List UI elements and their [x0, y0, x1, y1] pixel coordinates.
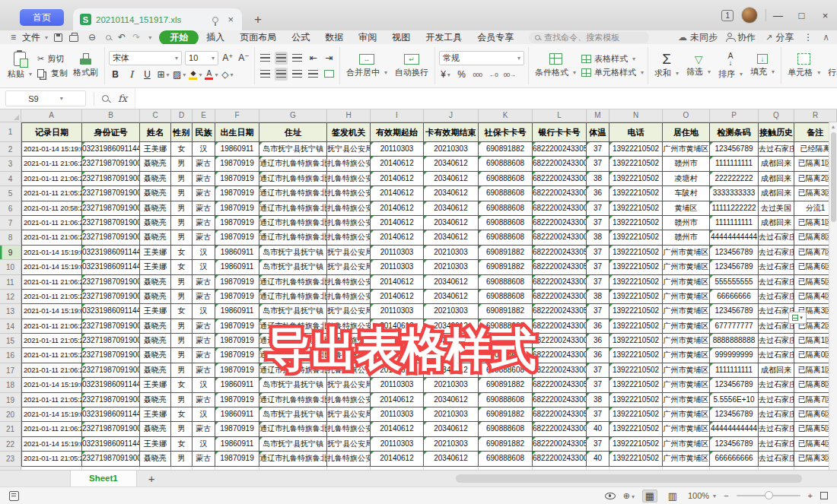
cell-O10[interactable]: 广州市黄埔区 [663, 260, 710, 274]
increase-decimal-icon[interactable]: ←0 [487, 68, 500, 81]
cell-D22[interactable]: 女 [171, 437, 193, 452]
cell-Q16[interactable]: 去过石家庄 [759, 348, 794, 363]
row-header-11[interactable]: 11 [0, 275, 21, 290]
cell-B22[interactable]: 03231986091144 [82, 437, 140, 452]
cell-B21[interactable]: 23271987091900 [82, 422, 140, 436]
tab-view[interactable]: 视图 [384, 31, 418, 44]
cell-M10[interactable]: 37 [587, 260, 609, 274]
cell-style-button[interactable]: 单元格样式▾ [581, 67, 644, 78]
cell-H9[interactable]: 抚宁县公安局 [327, 246, 371, 260]
cell-G13[interactable]: 岛市抚宁县抚宁镇 [259, 304, 327, 319]
sheet-tab-sheet1[interactable]: Sheet1 [70, 471, 137, 487]
merge-center-button[interactable]: ↔ 合并居中▾ [344, 54, 390, 78]
cell-L14[interactable]: 6822200243300 [533, 319, 587, 334]
cell-Q15[interactable]: 去过石家庄 [759, 334, 794, 348]
cell-J1[interactable]: 卡有效期结束 [424, 122, 479, 142]
font-size-select[interactable]: 10▾ [185, 51, 218, 65]
tab-member[interactable]: 会员专享 [469, 31, 521, 44]
cell-H20[interactable]: 抚宁县公安局 [327, 407, 371, 422]
cell-L8[interactable]: 6822200243300 [533, 230, 587, 245]
row-header-12[interactable]: 12 [0, 290, 21, 304]
cell-C17[interactable]: 聂晓亮 [140, 363, 171, 378]
cell-O5[interactable]: 车陂村 [663, 186, 710, 201]
cell-O1[interactable]: 居住地 [663, 122, 710, 142]
zoom-out-button[interactable]: − [724, 491, 728, 500]
col-header-C[interactable]: C [140, 109, 171, 122]
formula-zoom-icon[interactable] [102, 95, 109, 102]
cell-D16[interactable]: 男 [171, 348, 193, 363]
cell-N9[interactable]: 13922210502 [609, 246, 663, 260]
cell-P14[interactable]: 677777777 [710, 319, 759, 334]
col-header-N[interactable]: N [609, 109, 663, 122]
undo-icon[interactable]: ↶ [118, 32, 126, 43]
cell-M7[interactable]: 37 [587, 216, 609, 230]
cell-O9[interactable]: 广州市黄埔区 [663, 246, 710, 260]
cell-E5[interactable]: 蒙古 [193, 186, 215, 201]
format-painter-button[interactable]: 格式刷 [71, 53, 100, 78]
cell-O14[interactable]: 广州市黄埔区 [663, 319, 710, 334]
cell-D18[interactable]: 女 [171, 378, 193, 392]
cell-N7[interactable]: 13922210502 [609, 216, 663, 230]
cell-D17[interactable]: 男 [171, 363, 193, 378]
cell-P19[interactable]: 5.5556E+10 [710, 393, 759, 407]
cell-P5[interactable]: 3333333333 [710, 186, 759, 201]
cell-N12[interactable]: 13922210502 [609, 290, 663, 304]
cell-I3[interactable]: 20140612 [371, 157, 424, 171]
tab-page-layout[interactable]: 页面布局 [232, 31, 284, 44]
cell-Q4[interactable]: 成都回来 [759, 172, 794, 186]
cell-L12[interactable]: 6822200243300 [533, 290, 587, 304]
cell-F12[interactable]: 19870919 [215, 290, 259, 304]
cell-A21[interactable]: 2021-01-11 21:06:23 [21, 422, 82, 436]
cell-L2[interactable]: 6822200243305 [533, 142, 587, 157]
cell-E10[interactable]: 汉 [193, 260, 215, 274]
cell-A24[interactable] [21, 467, 82, 470]
cell-M3[interactable]: 37 [587, 157, 609, 171]
cell-C13[interactable]: 王美娜 [140, 304, 171, 319]
cell-Q10[interactable]: 去过石家庄 [759, 260, 794, 274]
cell-B16[interactable]: 23271987091900 [82, 348, 140, 363]
cell-G7[interactable]: 通辽市扎鲁特旗鲁北镇 [259, 216, 327, 230]
customize-toolbar-icon[interactable]: ▾ [148, 34, 151, 41]
cell-N3[interactable]: 13922210502 [609, 157, 663, 171]
cell-B15[interactable]: 23271987091900 [82, 334, 140, 348]
cell-N2[interactable]: 13922210502 [609, 142, 663, 157]
col-header-R[interactable]: R [794, 109, 837, 122]
cell-J23[interactable]: 20340612 [424, 452, 479, 466]
select-all-corner[interactable] [0, 109, 21, 122]
collaborate-button[interactable]: 协作 [727, 31, 756, 44]
cell-I5[interactable]: 20140612 [371, 186, 424, 201]
cell-C2[interactable]: 王美娜 [140, 142, 171, 157]
cell-L5[interactable]: 6822200243300 [533, 186, 587, 201]
cell-K1[interactable]: 社保卡卡号 [479, 122, 533, 142]
cell-C9[interactable]: 王美娜 [140, 246, 171, 260]
cell-E4[interactable]: 蒙古 [193, 172, 215, 186]
cell-C21[interactable]: 聂晓亮 [140, 422, 171, 436]
thousands-separator-icon[interactable]: 000 [471, 68, 484, 81]
cell-P11[interactable]: 555555555 [710, 275, 759, 290]
cell-B3[interactable]: 23271987091900 [82, 157, 140, 171]
zoom-slider[interactable] [737, 495, 800, 496]
cell-K9[interactable]: 690891882 [479, 246, 533, 260]
cell-C24[interactable] [140, 467, 171, 470]
cell-M18[interactable]: 37 [587, 378, 609, 392]
cell-D20[interactable]: 女 [171, 407, 193, 422]
cell-B23[interactable]: 23271987091900 [82, 452, 140, 466]
minimize-button[interactable]: — [766, 10, 790, 21]
cell-O11[interactable]: 广州市黄埔区 [663, 275, 710, 290]
file-menu[interactable]: ≡ 文件 ▾ [0, 31, 54, 44]
row-header-18[interactable]: 18 [0, 378, 21, 392]
cell-D14[interactable]: 男 [171, 319, 193, 334]
cell-M20[interactable]: 37 [587, 407, 609, 422]
cell-M14[interactable]: 36 [587, 319, 609, 334]
cell-D12[interactable]: 男 [171, 290, 193, 304]
row-header-16[interactable]: 16 [0, 348, 21, 363]
decrease-decimal-icon[interactable]: 00→ [503, 68, 516, 81]
cell-L11[interactable]: 6822200243300 [533, 275, 587, 290]
cell-N20[interactable]: 13922210502 [609, 407, 663, 422]
row-header-1[interactable]: 1 [0, 122, 21, 142]
cell-P21[interactable]: 44444444444 [710, 422, 759, 436]
borders-button[interactable]: ⊞▾ [157, 68, 170, 81]
cell-F7[interactable]: 19870919 [215, 216, 259, 230]
cell-B2[interactable]: 03231986091144 [82, 142, 140, 157]
cell-O13[interactable]: 广州市黄埔区 [663, 304, 710, 319]
